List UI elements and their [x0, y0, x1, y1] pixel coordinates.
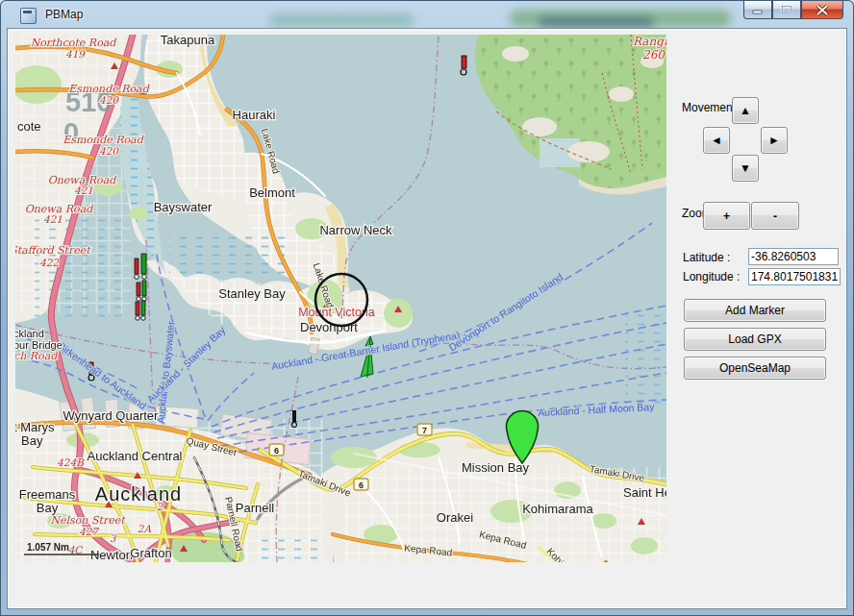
svg-text:Narrow Neck: Narrow Neck — [319, 223, 392, 237]
app-window: PBMap — [0, 0, 854, 616]
move-left-button[interactable]: ◄ — [703, 127, 730, 154]
maximize-button[interactable] — [772, 1, 801, 19]
window-title: PBMap — [45, 8, 83, 21]
svg-text:Mission Bay: Mission Bay — [462, 460, 530, 475]
maximize-icon — [781, 5, 792, 14]
close-button[interactable] — [801, 1, 843, 19]
longitude-input[interactable] — [748, 268, 841, 285]
left-arrow-icon: ◄ — [711, 134, 722, 147]
openseamap-button[interactable]: OpenSeaMap — [684, 357, 826, 380]
right-arrow-icon: ► — [768, 134, 780, 147]
svg-text:Bay: Bay — [21, 433, 43, 448]
svg-text:4C: 4C — [68, 544, 84, 555]
map-viewport[interactable]: 6 6 7 510 0 Auckland to Bayswater Auckla… — [15, 35, 666, 562]
svg-text:Grafton: Grafton — [130, 546, 171, 560]
minimize-icon — [752, 6, 764, 14]
svg-text:Stanley Bay: Stanley Bay — [218, 286, 286, 301]
longitude-label: Longitude : — [683, 270, 740, 283]
map-canvas: 6 6 7 510 0 Auckland to Bayswater Auckla… — [15, 35, 666, 562]
zoom-out-button[interactable]: - — [751, 202, 799, 230]
down-arrow-icon: ▼ — [740, 161, 751, 175]
glass-reflection — [539, 17, 654, 27]
svg-text:Auckland: Auckland — [95, 483, 182, 505]
up-arrow-icon: ▲ — [740, 104, 751, 117]
add-marker-button[interactable]: Add Marker — [684, 299, 826, 322]
svg-text:ckland: ckland — [15, 328, 44, 339]
svg-text:424B: 424B — [57, 456, 85, 468]
svg-text:6: 6 — [274, 446, 279, 456]
svg-text:1.057 Nm: 1.057 Nm — [27, 542, 69, 553]
svg-text:421: 421 — [43, 213, 63, 225]
svg-text:422: 422 — [39, 257, 60, 268]
move-up-button[interactable]: ▲ — [732, 97, 759, 124]
latitude-label: Latitude : — [683, 251, 730, 264]
svg-text:cote: cote — [17, 119, 41, 134]
svg-text:our Bridge: our Bridge — [15, 339, 63, 351]
svg-text:427: 427 — [79, 526, 99, 537]
svg-text:Hauraki: Hauraki — [233, 108, 276, 122]
svg-text:ch Road: ch Road — [15, 350, 58, 362]
svg-text:260 m: 260 m — [642, 48, 666, 62]
svg-text:t Marys: t Marys — [15, 420, 55, 434]
svg-text:Takapuna: Takapuna — [161, 35, 215, 47]
svg-text:421: 421 — [74, 185, 93, 196]
svg-text:Bay: Bay — [37, 501, 59, 515]
svg-text:Stafford Street: Stafford Street — [15, 244, 91, 257]
close-icon — [816, 5, 829, 15]
minimize-button[interactable] — [743, 1, 772, 19]
svg-text:Wynyard Quarter: Wynyard Quarter — [63, 408, 160, 423]
svg-text:6: 6 — [359, 480, 364, 490]
svg-text:420: 420 — [99, 145, 119, 157]
svg-text:Freemans: Freemans — [19, 487, 76, 502]
move-down-button[interactable]: ▼ — [732, 155, 759, 182]
svg-text:7: 7 — [422, 426, 427, 435]
svg-text:Saint He: Saint He — [623, 485, 666, 500]
load-gpx-button[interactable]: Load GPX — [684, 328, 826, 351]
client-area: 6 6 7 510 0 Auckland to Bayswater Auckla… — [8, 29, 846, 608]
glass-reflection — [269, 13, 414, 27]
svg-text:Bayswater: Bayswater — [154, 200, 213, 214]
svg-text:420: 420 — [99, 94, 119, 106]
titlebar[interactable]: PBMap — [0, 0, 854, 29]
svg-text:Orakei: Orakei — [437, 510, 473, 525]
svg-text:Auckland Central: Auckland Central — [88, 449, 183, 463]
svg-text:419: 419 — [65, 48, 86, 60]
svg-text:Parnell: Parnell — [236, 501, 275, 515]
latitude-input[interactable] — [748, 248, 839, 265]
app-icon — [20, 8, 37, 24]
svg-text:2A: 2A — [138, 523, 152, 534]
svg-text:Kohimarama: Kohimarama — [522, 502, 593, 516]
zoom-in-button[interactable]: + — [703, 202, 750, 230]
svg-text:Rangito: Rangito — [633, 35, 666, 48]
svg-text:Belmont: Belmont — [249, 185, 295, 200]
move-right-button[interactable]: ► — [761, 127, 788, 154]
